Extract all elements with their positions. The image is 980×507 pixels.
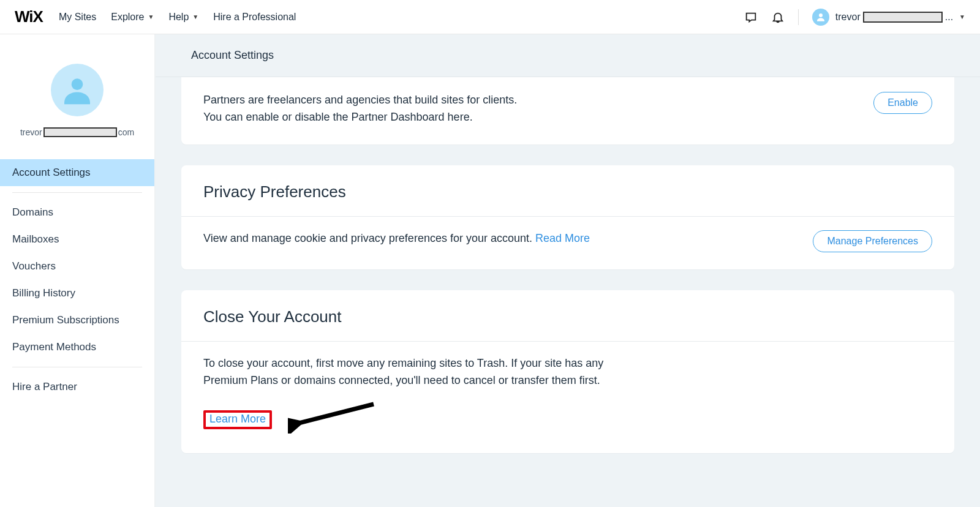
sidebar-item-billing-history[interactable]: Billing History — [0, 280, 154, 307]
redacted-box — [863, 12, 943, 23]
nav-hire-professional[interactable]: Hire a Professional — [213, 12, 296, 23]
top-right: trevor ... ▼ — [744, 9, 965, 26]
chevron-down-icon: ▼ — [148, 13, 154, 20]
partners-line1: Partners are freelancers and agencies th… — [203, 94, 517, 106]
bell-icon[interactable] — [771, 10, 785, 24]
annotation-arrow-icon — [288, 402, 380, 434]
nav-help-label: Help — [168, 12, 189, 23]
separator — [12, 192, 142, 193]
manage-preferences-button[interactable]: Manage Preferences — [813, 230, 932, 252]
sidebar-item-mailboxes[interactable]: Mailboxes — [0, 226, 154, 253]
nav-items: My Sites Explore ▼ Help ▼ Hire a Profess… — [59, 12, 296, 23]
close-account-title: Close Your Account — [181, 290, 954, 342]
wix-logo[interactable]: WiX — [15, 7, 43, 26]
sidebar-item-premium-subscriptions[interactable]: Premium Subscriptions — [0, 307, 154, 334]
nav-my-sites[interactable]: My Sites — [59, 12, 96, 23]
user-menu[interactable]: trevor ... ▼ — [812, 9, 965, 26]
top-nav: WiX My Sites Explore ▼ Help ▼ Hire a Pro… — [0, 0, 980, 34]
close-account-text: To close your account, first move any re… — [203, 355, 608, 389]
sidebar-item-vouchers[interactable]: Vouchers — [0, 253, 154, 280]
avatar-large-icon — [51, 64, 104, 116]
profile-block: trevor com — [0, 64, 154, 137]
close-account-learn-more-link[interactable]: Learn More — [209, 413, 266, 425]
chevron-down-icon: ▼ — [959, 13, 965, 20]
card-privacy: Privacy Preferences View and manage cook… — [181, 165, 954, 269]
inbox-icon[interactable] — [744, 10, 758, 24]
partners-line2: You can enable or disable the Partner Da… — [203, 111, 473, 123]
privacy-read-more-link[interactable]: Read More — [535, 232, 590, 244]
profile-email: trevor com — [0, 127, 154, 137]
email-prefix: trevor — [20, 127, 42, 137]
side-menu: Account Settings Domains Mailboxes Vouch… — [0, 159, 154, 400]
svg-line-2 — [296, 404, 374, 424]
sidebar-item-payment-methods[interactable]: Payment Methods — [0, 334, 154, 361]
sidebar-item-hire-partner[interactable]: Hire a Partner — [0, 374, 154, 400]
separator — [12, 367, 142, 367]
sidebar-item-domains[interactable]: Domains — [0, 199, 154, 226]
user-name: trevor ... — [835, 12, 953, 23]
redacted-box — [43, 127, 117, 137]
enable-partners-button[interactable]: Enable — [873, 92, 932, 114]
email-suffix: com — [118, 127, 134, 137]
nav-help[interactable]: Help ▼ — [168, 12, 198, 23]
separator — [798, 9, 799, 25]
svg-point-1 — [72, 78, 83, 90]
partners-text: Partners are freelancers and agencies th… — [203, 92, 632, 126]
privacy-title: Privacy Preferences — [181, 165, 954, 217]
nav-explore[interactable]: Explore ▼ — [111, 12, 154, 23]
chevron-down-icon: ▼ — [192, 13, 198, 20]
user-name-prefix: trevor — [835, 12, 861, 23]
sidebar-item-account-settings[interactable]: Account Settings — [0, 159, 154, 186]
card-partners: Partners are freelancers and agencies th… — [181, 77, 954, 145]
annotation-highlight: Learn More — [203, 410, 272, 429]
privacy-text-wrap: View and manage cookie and privacy prefe… — [203, 230, 632, 247]
user-name-suffix: ... — [945, 12, 953, 23]
svg-point-0 — [819, 13, 823, 17]
sidebar: trevor com Account Settings Domains Mail… — [0, 34, 156, 507]
content: Account Settings Partners are freelancer… — [156, 34, 980, 507]
card-close-account: Close Your Account To close your account… — [181, 290, 954, 453]
privacy-text: View and manage cookie and privacy prefe… — [203, 232, 535, 244]
avatar-icon — [812, 9, 829, 26]
nav-explore-label: Explore — [111, 12, 144, 23]
page-title: Account Settings — [156, 34, 980, 77]
